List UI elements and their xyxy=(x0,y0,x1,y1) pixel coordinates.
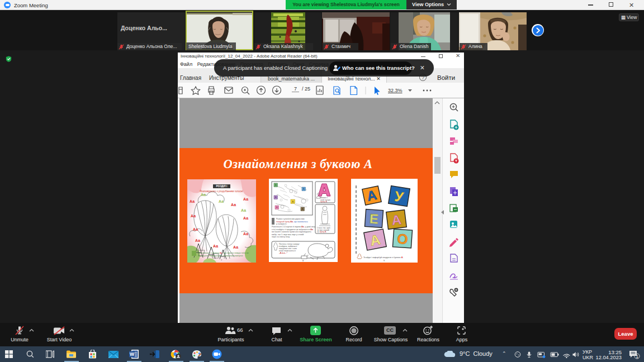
svg-text:Аа: Аа xyxy=(233,245,238,249)
svg-text:стіні знайдіть ті предмети чи: стіні знайдіть ті предмети чи зображення… xyxy=(272,228,314,231)
svg-text:якую на кожну хочу.: якую на кожну хочу. xyxy=(272,236,290,238)
svg-text:парацього. Розфарбуйте. Розмал: парацього. Розфарбуйте. Розмалюй повітря… xyxy=(198,255,243,257)
svg-text:А: А xyxy=(292,200,294,203)
svg-text:ви бачите навколо букви або ві: ви бачите навколо букви або відповідають xyxy=(272,231,311,233)
svg-text:Аа: Аа xyxy=(191,214,196,218)
svg-text:букву А.: букву А. xyxy=(320,201,328,203)
svg-text:Аа: Аа xyxy=(243,232,248,236)
svg-text:у лабіринті.: у лабіринті. xyxy=(276,223,287,225)
svg-text:пошукай букву Аа, що заховалас: пошукай букву Аа, що заховалась xyxy=(276,221,308,223)
svg-text:W: W xyxy=(130,351,135,357)
svg-text:Аа: Аа xyxy=(213,244,218,248)
svg-text:Аа: Аа xyxy=(195,239,200,242)
svg-text:А: А xyxy=(391,212,402,228)
svg-text:Знайди і зафарбуй квадрати з б: Знайди і зафарбуй квадрати з буквою А. xyxy=(363,256,404,259)
svg-text:О: О xyxy=(396,231,408,247)
svg-text:Разом з улюбленим дорослим: Разом з улюбленим дорослим xyxy=(276,218,305,220)
svg-text:Аа: Аа xyxy=(201,193,206,197)
svg-text:Аа: Аа xyxy=(243,197,248,201)
svg-text:Аа: Аа xyxy=(190,199,195,203)
svg-text:Е: Е xyxy=(369,211,379,226)
svg-text:вибір, так І-і звук має звук у: вибір, так І-і звук має звук у словій xyxy=(272,234,304,236)
svg-text:Аа: Аа xyxy=(241,208,246,212)
svg-text:„А-а-а...”: „А-а-а...” xyxy=(279,252,287,254)
svg-text:на букву А.: на букву А. xyxy=(317,231,326,233)
svg-text:Аа: Аа xyxy=(219,199,224,203)
svg-text:Аа: Аа xyxy=(193,227,198,231)
svg-text:Аа: Аа xyxy=(231,203,236,207)
svg-text:32.3%: 32.3% xyxy=(388,88,402,93)
svg-text:РОЗДІЛ І: РОЗДІЛ І xyxy=(216,185,228,188)
svg-text:Розповідаємо з уподобанням гол: Розповідаємо з уподобанням голосні xyxy=(200,190,243,193)
svg-text:Познайомся з буквою Аа, що про: Познайомся з буквою Аа, що просто плицю … xyxy=(198,252,249,254)
svg-text:Розгляньте 2-4 картки зі звуко: Розгляньте 2-4 картки зі звуком Аа, у до… xyxy=(272,226,320,228)
svg-text:Аа: Аа xyxy=(243,216,248,220)
svg-text:1: 1 xyxy=(636,354,638,359)
